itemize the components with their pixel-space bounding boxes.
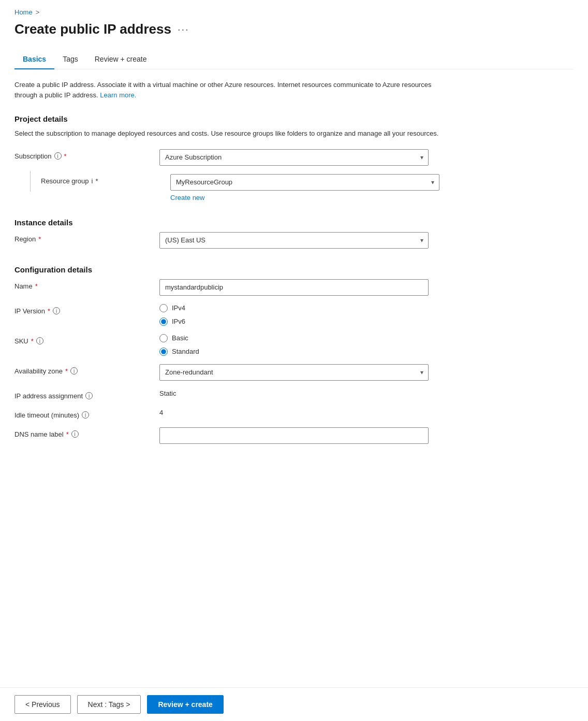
availability-zone-control: Zone-redundant ▾ — [159, 364, 429, 381]
ip-address-assignment-static: Static — [159, 386, 177, 397]
dns-name-label-label: DNS name label * i — [14, 427, 159, 438]
availability-zone-row: Availability zone * i Zone-redundant ▾ — [14, 364, 574, 381]
sku-radio-group: Basic Standard — [159, 334, 429, 356]
instance-details-section: Instance details Region * (US) East US ▾ — [14, 218, 574, 249]
ipv4-option[interactable]: IPv4 — [159, 304, 429, 312]
idle-timeout-label: Idle timeout (minutes) i — [14, 408, 159, 419]
page-description: Create a public IP address. Associate it… — [14, 80, 439, 100]
learn-more-link[interactable]: Learn more. — [100, 91, 136, 99]
ip-address-assignment-value: Static — [159, 389, 429, 397]
standard-label: Standard — [172, 348, 199, 355]
ipv6-label: IPv6 — [172, 318, 185, 325]
tab-review-create[interactable]: Review + create — [86, 50, 155, 69]
ip-version-control: IPv4 IPv6 — [159, 304, 429, 326]
ip-version-row: IP Version * i IPv4 IPv6 — [14, 304, 574, 326]
region-control: (US) East US ▾ — [159, 232, 429, 249]
sku-control: Basic Standard — [159, 334, 429, 356]
ip-address-assignment-info-icon[interactable]: i — [85, 392, 93, 399]
subscription-control: Azure Subscription ▾ — [159, 149, 429, 166]
ipv6-radio[interactable] — [159, 318, 168, 326]
subscription-row: Subscription i * Azure Subscription ▾ — [14, 149, 574, 166]
previous-button[interactable]: < Previous — [14, 695, 71, 714]
tab-basics[interactable]: Basics — [14, 50, 54, 69]
region-row: Region * (US) East US ▾ — [14, 232, 574, 249]
region-label: Region * — [14, 232, 159, 243]
bottom-bar: < Previous Next : Tags > Review + create — [0, 687, 588, 721]
resource-group-label: Resource group i * — [41, 174, 170, 185]
subscription-label: Subscription i * — [14, 149, 159, 160]
project-details-desc: Select the subscription to manage deploy… — [14, 128, 439, 139]
tab-bar: Basics Tags Review + create — [14, 50, 574, 69]
resource-group-row: Resource group i * MyResourceGroup ▾ Cre… — [14, 174, 574, 201]
sku-row: SKU * i Basic Standard — [14, 334, 574, 356]
name-input[interactable] — [159, 279, 429, 296]
dns-name-label-input[interactable] — [159, 427, 429, 444]
project-details-section: Project details Select the subscription … — [14, 114, 574, 201]
resource-group-select-wrapper: MyResourceGroup ▾ — [170, 174, 439, 191]
review-create-button[interactable]: Review + create — [147, 695, 223, 714]
dns-name-label-info-icon[interactable]: i — [71, 430, 79, 438]
availability-zone-select[interactable]: Zone-redundant — [159, 364, 429, 381]
name-row: Name * — [14, 279, 574, 296]
idle-timeout-static: 4 — [159, 406, 163, 416]
page-header: Create public IP address ··· — [14, 21, 574, 37]
create-new-link[interactable]: Create new — [170, 194, 439, 201]
sku-info-icon[interactable]: i — [36, 337, 43, 344]
subscription-info-icon[interactable]: i — [54, 152, 62, 160]
description-text: Create a public IP address. Associate it… — [14, 81, 431, 99]
breadcrumb-home[interactable]: Home — [14, 8, 33, 16]
basic-label: Basic — [172, 334, 188, 342]
configuration-details-section: Configuration details Name * IP Version … — [14, 265, 574, 444]
resource-group-select[interactable]: MyResourceGroup — [170, 174, 439, 191]
availability-zone-info-icon[interactable]: i — [70, 367, 78, 374]
ip-address-assignment-label: IP address assignment i — [14, 389, 159, 400]
availability-zone-label: Availability zone * i — [14, 364, 159, 375]
ip-version-info-icon[interactable]: i — [53, 307, 60, 314]
standard-radio[interactable] — [159, 348, 168, 356]
resource-group-control: MyResourceGroup ▾ Create new — [170, 174, 439, 201]
resource-group-info-icon[interactable]: i — [92, 177, 93, 185]
ip-version-radio-group: IPv4 IPv6 — [159, 304, 429, 326]
ipv4-label: IPv4 — [172, 304, 185, 312]
page-title: Create public IP address — [14, 21, 171, 37]
name-control — [159, 279, 429, 296]
ip-address-assignment-row: IP address assignment i Static — [14, 389, 574, 400]
sku-label: SKU * i — [14, 334, 159, 345]
standard-option[interactable]: Standard — [159, 348, 429, 356]
ip-version-label: IP Version * i — [14, 304, 159, 315]
subscription-select[interactable]: Azure Subscription — [159, 149, 429, 166]
project-details-title: Project details — [14, 114, 574, 123]
next-button[interactable]: Next : Tags > — [77, 695, 141, 714]
dns-name-label-control — [159, 427, 429, 444]
more-options-icon[interactable]: ··· — [178, 23, 189, 35]
idle-timeout-row: Idle timeout (minutes) i 4 — [14, 408, 574, 419]
subscription-select-wrapper: Azure Subscription ▾ — [159, 149, 429, 166]
tab-tags[interactable]: Tags — [54, 50, 86, 69]
indent-line — [30, 171, 31, 192]
idle-timeout-info-icon[interactable]: i — [82, 411, 89, 419]
region-select-wrapper: (US) East US ▾ — [159, 232, 429, 249]
breadcrumb: Home > — [14, 8, 574, 16]
idle-timeout-value: 4 — [159, 408, 429, 416]
configuration-details-title: Configuration details — [14, 265, 574, 274]
availability-zone-select-wrapper: Zone-redundant ▾ — [159, 364, 429, 381]
ipv6-option[interactable]: IPv6 — [159, 318, 429, 326]
name-label: Name * — [14, 279, 159, 290]
basic-option[interactable]: Basic — [159, 334, 429, 342]
dns-name-label-row: DNS name label * i — [14, 427, 574, 444]
region-select[interactable]: (US) East US — [159, 232, 429, 249]
basic-radio[interactable] — [159, 334, 168, 342]
ipv4-radio[interactable] — [159, 304, 168, 312]
breadcrumb-separator: > — [36, 8, 40, 16]
instance-details-title: Instance details — [14, 218, 574, 227]
